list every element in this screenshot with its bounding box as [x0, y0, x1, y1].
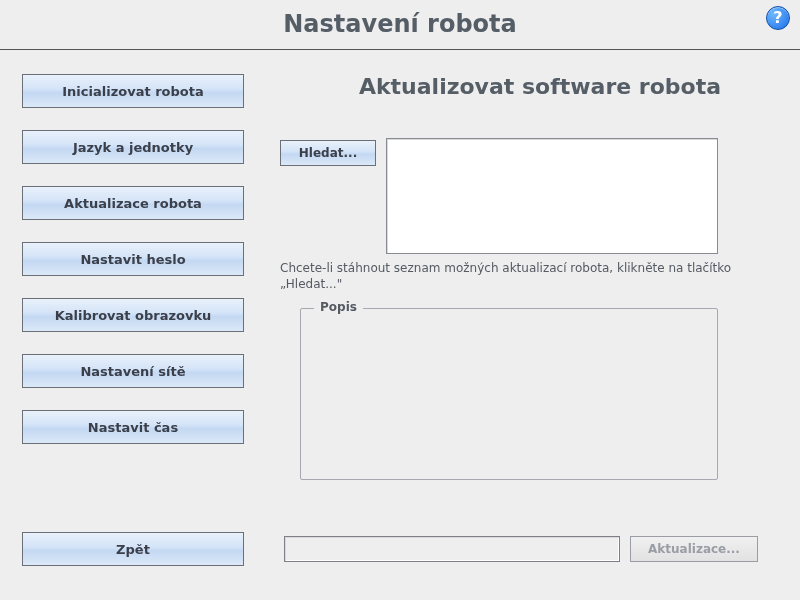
search-button[interactable]: Hledat... [280, 140, 376, 166]
back-button[interactable]: Zpět [22, 532, 244, 566]
body-area: Inicializovat robota Jazyk a jednotky Ak… [0, 50, 800, 600]
description-group-label: Popis [314, 300, 363, 314]
hint-text: Chcete-li stáhnout seznam možných aktual… [280, 260, 740, 292]
sidebar-item-language-units[interactable]: Jazyk a jednotky [22, 130, 244, 164]
update-list[interactable] [386, 138, 718, 254]
page-title: Nastavení robota [0, 10, 800, 38]
update-button: Aktualizace... [630, 536, 758, 562]
sidebar-item-set-time[interactable]: Nastavit čas [22, 410, 244, 444]
sidebar-item-set-password[interactable]: Nastavit heslo [22, 242, 244, 276]
progress-bar [284, 536, 620, 562]
description-group [300, 308, 718, 480]
sidebar: Inicializovat robota Jazyk a jednotky Ak… [22, 74, 244, 466]
sidebar-item-initialize-robot[interactable]: Inicializovat robota [22, 74, 244, 108]
content-title: Aktualizovat software robota [280, 74, 800, 99]
sidebar-item-calibrate-screen[interactable]: Kalibrovat obrazovku [22, 298, 244, 332]
help-icon[interactable]: ? [766, 6, 790, 30]
sidebar-item-robot-update[interactable]: Aktualizace robota [22, 186, 244, 220]
sidebar-item-network-settings[interactable]: Nastavení sítě [22, 354, 244, 388]
header-bar: Nastavení robota ? [0, 0, 800, 50]
